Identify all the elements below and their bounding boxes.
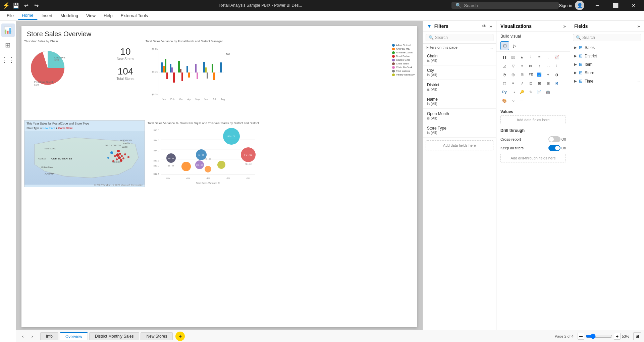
viz-add-drill-field[interactable]: Add drill-through fields here xyxy=(500,154,566,162)
global-search[interactable]: 🔍 Search xyxy=(451,2,559,9)
keep-filters-toggle[interactable] xyxy=(548,145,560,151)
restore-button[interactable]: ⬜ xyxy=(608,0,623,11)
viz-fields-button[interactable]: ▷ xyxy=(511,41,519,50)
viz-icon-area[interactable]: ◿ xyxy=(500,62,508,70)
viz-expand-button[interactable]: » xyxy=(563,23,566,29)
viz-table-button[interactable]: ⊞ xyxy=(500,41,509,50)
model-view-button[interactable]: ⋮⋮ xyxy=(1,53,15,66)
viz-icon-multirow-card[interactable]: ≡ xyxy=(509,79,517,87)
prev-page-button[interactable]: ‹ xyxy=(19,332,27,340)
viz-icon-kpi[interactable]: ↗ xyxy=(518,79,526,87)
fields-expand-button[interactable]: » xyxy=(637,23,640,29)
user-avatar[interactable]: 👤 xyxy=(575,1,584,10)
filter-district[interactable]: District is (All) xyxy=(423,80,496,94)
filter-chain[interactable]: Chain is (All) xyxy=(423,51,496,65)
viz-icon-line[interactable]: 📈 xyxy=(553,53,561,61)
viz-icon-100pct-bar[interactable]: ≡ xyxy=(535,53,543,61)
svg-rect-35 xyxy=(212,64,213,72)
viz-panel-header: Visualizations » xyxy=(496,21,570,32)
close-button[interactable]: ✕ xyxy=(626,0,641,11)
viz-icon-stacked-bar[interactable]: ▮▮ xyxy=(500,53,508,61)
viz-icon-pie[interactable]: ◔ xyxy=(500,70,508,79)
filter-store-type[interactable]: Store Type is (All) xyxy=(423,123,496,138)
viz-icon-map[interactable]: 🗺 xyxy=(527,70,535,79)
viz-icon-decomp[interactable]: ⊸ xyxy=(509,88,517,96)
filter-name[interactable]: Name is (All) xyxy=(423,94,496,109)
report-view-button[interactable]: 📊 xyxy=(1,23,15,37)
fields-search-box[interactable]: 🔍 Search xyxy=(573,34,641,41)
field-item-time[interactable]: ▶ ⊞ Time ··· xyxy=(570,77,644,85)
viz-icon-matrix[interactable]: ⊞ xyxy=(544,79,552,87)
tab-info[interactable]: Info xyxy=(40,332,58,340)
minimize-button[interactable]: ─ xyxy=(590,0,605,11)
save-button[interactable]: 💾 xyxy=(12,0,20,11)
menu-view[interactable]: View xyxy=(82,12,100,19)
viz-icon-narrative[interactable]: ✎ xyxy=(527,88,535,96)
add-filter-area[interactable]: Add data fields here xyxy=(426,140,493,150)
viz-icon-treemap[interactable]: ⊟ xyxy=(518,70,526,79)
next-page-button[interactable]: › xyxy=(28,332,36,340)
viz-icon-clustered-col[interactable]: ⌇ xyxy=(527,53,535,61)
zoom-in-button[interactable]: + xyxy=(614,333,621,340)
undo-button[interactable]: ↩ xyxy=(22,0,30,11)
tab-district-monthly[interactable]: District Monthly Sales xyxy=(89,332,139,340)
viz-icon-line-col[interactable]: ≈ xyxy=(518,62,526,70)
menu-modeling[interactable]: Modeling xyxy=(56,12,82,19)
zoom-slider[interactable] xyxy=(586,334,612,339)
viz-icon-ribbon[interactable]: ⋈ xyxy=(527,62,535,70)
data-view-button[interactable]: ⊞ xyxy=(1,38,15,52)
viz-icon-filled-map[interactable]: 🗾 xyxy=(535,70,543,79)
viz-icon-100pct-col[interactable]: ⋮ xyxy=(544,53,552,61)
visualizations-panel: Visualizations » Build visual ⊞ ▷ ▮▮ xyxy=(496,21,570,330)
field-item-store[interactable]: ▶ ⊞ Store xyxy=(570,68,644,77)
map-svg: UNITED STATES xyxy=(24,131,145,185)
viz-icon-scatter[interactable]: ⁝ xyxy=(553,62,561,70)
viz-icon-paginated[interactable]: 📄 xyxy=(535,88,543,96)
viz-icon-more[interactable]: ··· xyxy=(518,97,526,105)
redo-button[interactable]: ↪ xyxy=(32,0,40,11)
viz-icon-azure-map[interactable]: ⌖ xyxy=(544,70,552,79)
filter-open-month[interactable]: Open Month is (All) xyxy=(423,109,496,123)
tab-new-stores[interactable]: New Stores xyxy=(141,332,173,340)
viz-icon-gauge[interactable]: ◑ xyxy=(553,70,561,79)
filters-expand-button[interactable]: » xyxy=(489,23,492,29)
viz-icon-donut[interactable]: ◎ xyxy=(509,70,517,79)
field-item-item[interactable]: ▶ ⊞ Item xyxy=(570,60,644,68)
report-canvas[interactable]: Store Sales Overview This Year Sales by … xyxy=(21,26,417,327)
svg-rect-26 xyxy=(180,69,181,72)
viz-icon-slicer[interactable]: ⊡ xyxy=(527,79,535,87)
filters-more-icon[interactable]: ... xyxy=(489,45,493,50)
viz-icon-key-inf[interactable]: 🔑 xyxy=(518,88,526,96)
viz-icon-stacked-col[interactable]: ▲ xyxy=(518,53,526,61)
fit-page-button[interactable]: ⊞ xyxy=(633,332,641,340)
viz-icon-funnel[interactable]: ⌓ xyxy=(544,62,552,70)
zoom-out-button[interactable]: ─ xyxy=(578,333,584,340)
viz-icon-clustered-bar[interactable]: ▯▯ xyxy=(509,53,517,61)
field-item-sales[interactable]: ▶ ⊞ Sales xyxy=(570,43,644,52)
viz-icon-analytics[interactable]: ⁘ xyxy=(509,97,517,105)
menu-external-tools[interactable]: External Tools xyxy=(117,12,152,19)
table-icon-3: ⊞ xyxy=(579,62,583,67)
svg-rect-22 xyxy=(170,64,171,72)
cross-report-toggle[interactable] xyxy=(548,136,560,142)
menu-file[interactable]: File xyxy=(3,12,18,19)
filters-search-box[interactable]: 🔍 Search xyxy=(426,34,493,41)
viz-icon-format[interactable]: 🎨 xyxy=(500,97,508,105)
filters-eye-button[interactable]: 👁 xyxy=(482,23,487,29)
viz-icon-smart-narr[interactable]: 🤖 xyxy=(544,88,552,96)
menu-insert[interactable]: Insert xyxy=(38,12,57,19)
viz-icon-waterfall[interactable]: ↕ xyxy=(535,62,543,70)
viz-add-field[interactable]: Add data fields here xyxy=(500,115,566,124)
viz-icon-card[interactable]: ▢ xyxy=(500,79,508,87)
viz-icon-stacked-area[interactable]: ▽ xyxy=(509,62,517,70)
filter-city[interactable]: City is (All) xyxy=(423,65,496,80)
add-page-button[interactable]: + xyxy=(175,332,185,341)
field-item-district[interactable]: ▶ ⊞ District xyxy=(570,52,644,60)
menu-home[interactable]: Home xyxy=(18,11,38,20)
viz-icon-table[interactable]: ⊞ xyxy=(535,79,543,87)
sign-in-area[interactable]: Sign in 👤 xyxy=(559,1,584,10)
menu-help[interactable]: Help xyxy=(100,12,117,19)
viz-icon-r[interactable]: R xyxy=(553,79,561,87)
tab-overview[interactable]: Overview xyxy=(60,332,88,340)
viz-icon-python[interactable]: Py xyxy=(500,88,508,96)
